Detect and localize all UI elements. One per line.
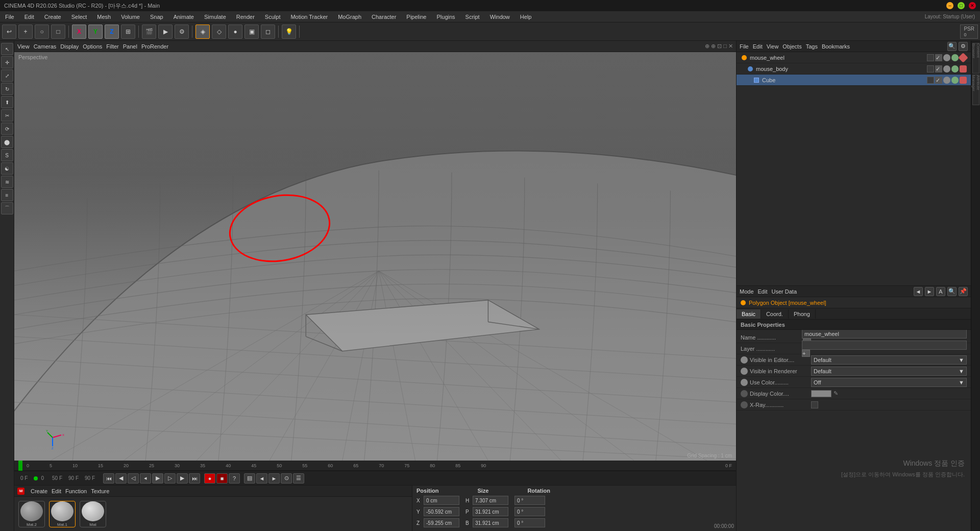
- render-button[interactable]: ▶: [158, 25, 173, 39]
- next-keyframe-button[interactable]: ▷: [164, 473, 176, 484]
- edge-mode-button[interactable]: ◇: [212, 25, 226, 39]
- object-mouse-wheel[interactable]: mouse_wheel ✓: [737, 52, 971, 63]
- content-browser-btn[interactable]: Content Browser: [972, 43, 979, 74]
- magnet-button[interactable]: ☯: [1, 162, 13, 175]
- z-pos-input[interactable]: [424, 518, 459, 527]
- menu-mesh[interactable]: Mesh: [95, 13, 113, 21]
- bend-button[interactable]: ⌒: [1, 202, 13, 214]
- cube-visibility-renderer[interactable]: ✓: [935, 77, 942, 84]
- polygon-mode-button[interactable]: ▣: [244, 25, 259, 39]
- undo-button[interactable]: ↩: [2, 25, 16, 39]
- props-filter[interactable]: 🔍: [947, 287, 957, 296]
- visible-editor-dropdown[interactable]: Default ▼: [811, 355, 967, 365]
- motion-prev-button[interactable]: ◄: [256, 473, 267, 484]
- visibility-editor[interactable]: [927, 54, 934, 61]
- material-mat2[interactable]: Mat.2: [18, 501, 45, 527]
- minimize-button[interactable]: –: [946, 2, 953, 9]
- layer-button[interactable]: ≡: [1, 189, 13, 201]
- cube-visibility-editor[interactable]: [927, 77, 934, 84]
- cameras-menu[interactable]: Cameras: [34, 43, 57, 50]
- tab-basic[interactable]: Basic: [737, 309, 761, 319]
- prop-layer-btn[interactable]: +: [802, 350, 810, 357]
- object-cube[interactable]: Cube ✓: [737, 75, 971, 86]
- options-menu[interactable]: Options: [83, 43, 102, 50]
- render-region-button[interactable]: 🎬: [142, 25, 156, 39]
- props-edit-menu[interactable]: Edit: [758, 288, 768, 295]
- prop-name-input[interactable]: [802, 330, 967, 339]
- xray-checkbox[interactable]: [811, 401, 818, 408]
- motion-clip-button[interactable]: ▤: [244, 473, 255, 484]
- move-tool-button[interactable]: ✛: [1, 56, 13, 68]
- paint-button[interactable]: S: [1, 149, 13, 161]
- menu-create[interactable]: Create: [42, 13, 63, 21]
- menu-mograph[interactable]: MoGraph: [336, 13, 363, 21]
- motion-record-button[interactable]: ⊙: [281, 473, 292, 484]
- material-function-menu[interactable]: Function: [65, 488, 87, 494]
- menu-script[interactable]: Script: [463, 13, 482, 21]
- material-mat1[interactable]: Mat.1: [49, 501, 76, 527]
- display-color-edit[interactable]: ✎: [834, 390, 838, 397]
- filter-menu[interactable]: Filter: [106, 43, 118, 50]
- go-to-end-button[interactable]: ⏭: [189, 473, 200, 484]
- point-mode-button[interactable]: ●: [228, 25, 242, 39]
- rotate-z-button[interactable]: Z: [105, 25, 119, 39]
- body-visibility-renderer[interactable]: ✓: [935, 65, 942, 73]
- obj-file-menu[interactable]: File: [740, 43, 749, 50]
- obj-tags-menu[interactable]: Tags: [806, 43, 818, 50]
- menu-window[interactable]: Window: [488, 13, 512, 21]
- scale-tool-button[interactable]: ⤢: [1, 69, 13, 82]
- props-nav-back[interactable]: ◄: [914, 287, 923, 296]
- motion-sequence-button[interactable]: ☰: [293, 473, 304, 484]
- rotate-tool-button[interactable]: ↻: [1, 83, 13, 95]
- menu-pipeline[interactable]: Pipeline: [404, 13, 428, 21]
- menu-simulate[interactable]: Simulate: [202, 13, 228, 21]
- obj-bookmarks-menu[interactable]: Bookmarks: [822, 43, 850, 50]
- extrude-button[interactable]: ⬆: [1, 96, 13, 108]
- prorender-menu[interactable]: ProRender: [141, 43, 168, 50]
- attribute-manager-btn[interactable]: Attribute Manager: [972, 75, 979, 105]
- tab-coord[interactable]: Coord.: [761, 309, 789, 319]
- menu-plugins[interactable]: Plugins: [434, 13, 457, 21]
- x-rot-input[interactable]: [514, 496, 545, 505]
- x-pos-input[interactable]: [424, 496, 459, 505]
- panel-menu[interactable]: Panel: [123, 43, 137, 50]
- material-create-menu[interactable]: Create: [31, 488, 47, 494]
- rotate-y-button[interactable]: Y: [88, 25, 103, 39]
- object-mouse-body[interactable]: mouse_body ✓: [737, 63, 971, 75]
- props-userdata-menu[interactable]: User Data: [772, 288, 797, 295]
- uv-mode-button[interactable]: ◻: [261, 25, 275, 39]
- menu-render[interactable]: Render: [234, 13, 257, 21]
- menu-edit[interactable]: Edit: [22, 13, 36, 21]
- tab-phong[interactable]: Phong: [789, 309, 816, 319]
- props-mode-menu[interactable]: Mode: [740, 288, 754, 295]
- record-stop-button[interactable]: ■: [216, 473, 228, 484]
- obj-filter-button[interactable]: ⚙: [959, 42, 968, 51]
- body-visibility-editor[interactable]: [927, 65, 934, 73]
- visibility-renderer[interactable]: ✓: [935, 54, 942, 61]
- menu-motion-tracker[interactable]: Motion Tracker: [288, 13, 330, 21]
- cube-mode-button[interactable]: ◈: [195, 25, 210, 39]
- z-rot-input[interactable]: [514, 518, 545, 527]
- select-rect-button[interactable]: □: [51, 25, 65, 39]
- auto-keyframe-button[interactable]: ?: [229, 473, 240, 484]
- use-color-dropdown[interactable]: Off ▼: [811, 378, 967, 387]
- smooth-button[interactable]: ≋: [1, 176, 13, 188]
- maximize-button[interactable]: □: [958, 2, 965, 9]
- coordinate-button[interactable]: ⊞: [121, 25, 135, 39]
- rotate-x-button[interactable]: X: [72, 25, 86, 39]
- next-frame-button[interactable]: ▶: [177, 473, 188, 484]
- motion-next-button[interactable]: ►: [268, 473, 280, 484]
- prev-frame-button[interactable]: ◀: [115, 473, 127, 484]
- select-tool-button[interactable]: ↖: [1, 43, 13, 55]
- select-circle-button[interactable]: ○: [35, 25, 49, 39]
- play-button[interactable]: ▶: [152, 473, 163, 484]
- menu-character[interactable]: Character: [370, 13, 398, 21]
- menu-snap[interactable]: Snap: [148, 13, 165, 21]
- display-color-swatch[interactable]: [811, 390, 831, 397]
- p-size-input[interactable]: [473, 507, 508, 516]
- menu-sculpt[interactable]: Sculpt: [263, 13, 283, 21]
- prev-keyframe-button[interactable]: ◁: [128, 473, 139, 484]
- record-keyframe-button[interactable]: ●: [204, 473, 215, 484]
- play-reverse-button[interactable]: ◂: [140, 473, 151, 484]
- props-pin[interactable]: 📌: [959, 287, 968, 296]
